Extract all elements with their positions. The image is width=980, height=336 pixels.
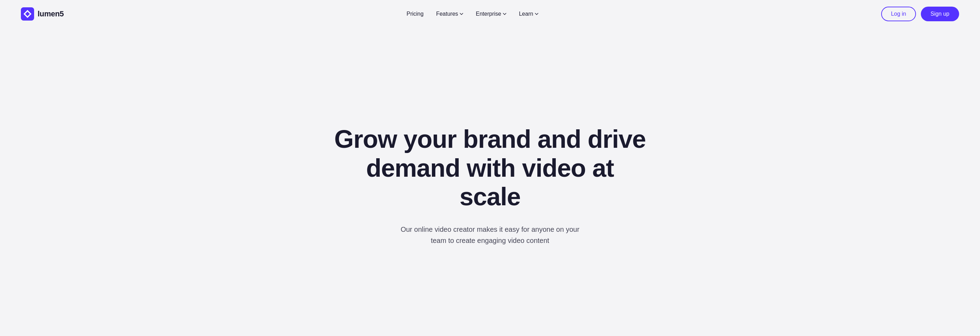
signup-button[interactable]: Sign up <box>921 6 959 21</box>
nav-features[interactable]: Features <box>436 11 463 17</box>
nav-learn[interactable]: Learn <box>519 11 538 17</box>
hero-title: Grow your brand and drive demand with vi… <box>333 125 647 211</box>
login-button[interactable]: Log in <box>881 6 916 21</box>
features-chevron-icon <box>460 12 463 16</box>
logo-text: lumen5 <box>38 10 64 18</box>
nav-actions: Log in Sign up <box>881 6 959 21</box>
hero-section: Grow your brand and drive demand with vi… <box>0 28 980 336</box>
lumen5-logo-icon <box>21 7 34 21</box>
nav-enterprise[interactable]: Enterprise <box>476 11 506 17</box>
enterprise-chevron-icon <box>503 12 506 16</box>
learn-chevron-icon <box>535 12 538 16</box>
logo-link[interactable]: lumen5 <box>21 7 64 21</box>
nav-links: Pricing Features Enterprise Learn <box>406 11 538 17</box>
nav-pricing[interactable]: Pricing <box>406 11 423 17</box>
navbar: lumen5 Pricing Features Enterprise Learn… <box>0 0 980 28</box>
hero-subtitle: Our online video creator makes it easy f… <box>393 224 587 246</box>
